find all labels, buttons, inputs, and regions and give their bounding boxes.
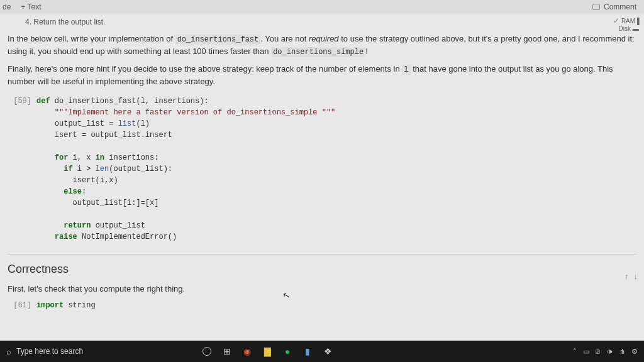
instruction-paragraph-1: In the below cell, write your implementa… [8, 33, 636, 58]
notebook-content: 4. Return the output list. In the below … [0, 14, 644, 311]
code-token: l [402, 65, 410, 75]
wifi-icon[interactable]: ⋔ [619, 348, 625, 356]
tray-chevron-icon[interactable]: ˄ [573, 348, 577, 356]
resource-indicator: ✓ RAM ▌ Disk ▬ [613, 16, 641, 33]
code-token: do_insertions_fast [175, 35, 261, 45]
notebook-toolbar: de + Text Comment [0, 0, 644, 14]
code-editor[interactable]: def do_insertions_fast(l, insertions): "… [36, 96, 636, 243]
cell-execution-count: [61] [8, 300, 36, 311]
cell-execution-count: [59] [8, 96, 36, 243]
list-item-4: 4. Return the output list. [8, 16, 636, 28]
tray-icon[interactable]: ⚙ [631, 348, 638, 356]
windows-taskbar: ⌕ Type here to search ⊞ ◉ ▇ ● ▮ ❖ ˄ ▭ ⎚ … [0, 341, 644, 362]
system-tray: ˄ ▭ ⎚ 🕩 ⋔ ⚙ [573, 348, 644, 356]
cell-move-buttons: ↑ ↓ [625, 270, 638, 283]
tray-icon[interactable]: ▭ [583, 348, 589, 356]
add-text-button[interactable]: + Text [21, 3, 41, 11]
search-placeholder: Type here to search [16, 347, 83, 356]
app-icon[interactable]: ▮ [302, 346, 313, 357]
spotify-icon[interactable]: ● [282, 346, 293, 357]
move-down-icon[interactable]: ↓ [634, 270, 638, 283]
tray-icon[interactable]: ⎚ [596, 348, 600, 355]
code-editor[interactable]: import string [36, 300, 636, 311]
search-icon: ⌕ [6, 347, 11, 356]
code-cell-61[interactable]: [61] import string [8, 300, 636, 311]
task-view-icon[interactable]: ⊞ [221, 346, 233, 357]
code-cell-59[interactable]: [59] def do_insertions_fast(l, insertion… [8, 96, 636, 243]
code-token: do_insertions_simple [271, 47, 365, 57]
comment-icon [592, 4, 600, 10]
check-icon: ✓ [613, 16, 619, 25]
taskbar-search[interactable]: ⌕ Type here to search [0, 341, 164, 362]
comment-button[interactable]: Comment [604, 3, 636, 11]
add-code-button[interactable]: de [3, 3, 11, 11]
text-cell-correctness[interactable]: Correctness First, let's check that you … [8, 254, 636, 295]
section-text: First, let's check that you compute the … [8, 283, 636, 295]
instruction-paragraph-2: Finally, here's one more hint if you dec… [8, 63, 636, 88]
volume-icon[interactable]: 🕩 [606, 348, 613, 355]
cortana-icon[interactable] [201, 346, 213, 357]
section-heading: Correctness [8, 261, 636, 278]
steam-icon[interactable]: ❖ [322, 346, 333, 357]
taskbar-apps: ⊞ ◉ ▇ ● ▮ ❖ [201, 346, 333, 357]
move-up-icon[interactable]: ↑ [625, 270, 629, 283]
chrome-icon[interactable]: ◉ [242, 346, 253, 357]
file-explorer-icon[interactable]: ▇ [262, 346, 273, 357]
